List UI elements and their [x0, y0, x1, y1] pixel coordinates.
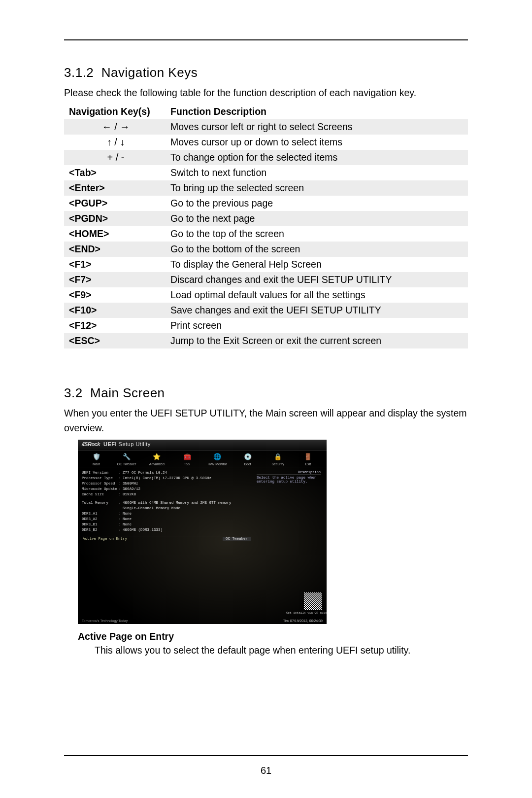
table-row: <PGDN>Go to the next page — [64, 211, 468, 226]
qr-caption: Get details via QR code — [286, 611, 322, 615]
active-page-description: This allows you to select the default pa… — [95, 643, 468, 658]
heading-3-2: 3.2 Main Screen — [64, 385, 468, 401]
table-row: <HOME>Go to the top of the screen — [64, 226, 468, 242]
nav-key: <PGDN> — [64, 211, 166, 226]
uefi-header: /ISRock UEFI Setup Utility — [78, 440, 327, 451]
intro-paragraph: Please check the following table for the… — [64, 85, 468, 100]
boot-icon: 💿 — [242, 452, 253, 461]
uefi-tab-exit: 🚪Exit — [295, 452, 322, 466]
nav-desc: Jump to the Exit Screen or exit the curr… — [166, 333, 468, 348]
table-row: + / -To change option for the selected i… — [64, 150, 468, 165]
qr-code-block: Get details via QR code — [304, 592, 322, 614]
nav-desc: Go to the top of the screen — [166, 226, 468, 242]
info-value: 306A9/12 — [123, 486, 140, 492]
nav-desc: Go to the next page — [166, 211, 468, 226]
info-row: Processor Type:Intel(R) Core(TM) i7-3770… — [82, 476, 252, 481]
nav-desc: Discard changes and exit the UEFI SETUP … — [166, 272, 468, 287]
info-value: None — [123, 517, 132, 522]
nav-key: ↑ / ↓ — [64, 135, 166, 150]
section-main-screen: 3.2 Main Screen When you enter the UEFI … — [64, 385, 468, 658]
nav-desc: To change option for the selected items — [166, 150, 468, 165]
info-value: None — [123, 511, 132, 517]
memory-slot-row: DDR3_A1:None — [82, 511, 252, 517]
info-value: Z77 OC Formula L0.24 — [123, 470, 167, 476]
active-page-label: Active Page on Entry — [83, 537, 127, 541]
info-label: DDR3_B2 — [82, 527, 119, 533]
info-value: 8192KB — [123, 492, 136, 497]
nav-key: <PGUP> — [64, 196, 166, 211]
info-label: Processor Speed — [82, 481, 119, 486]
nav-key: <ESC> — [64, 333, 166, 348]
memory-slot-row: DDR3_A2:None — [82, 517, 252, 522]
uefi-tab-oc-tweaker: 🔧OC Tweaker — [113, 452, 140, 466]
active-page-value: OC Tweaker — [223, 537, 251, 541]
nav-desc: Moves cursor left or right to select Scr… — [166, 119, 468, 135]
heading-3-1-2: 3.1.2 Navigation Keys — [64, 65, 468, 80]
nav-desc: Load optimal default values for all the … — [166, 287, 468, 303]
uefi-title-uefi: UEFI — [103, 441, 117, 447]
info-value: 3500MHz — [123, 481, 138, 486]
nav-key: <Enter> — [64, 180, 166, 196]
total-memory-row: Total Memory : 4096MB with 64MB Shared M… — [82, 500, 252, 506]
nav-desc: Print screen — [166, 318, 468, 333]
description-header: Description — [257, 470, 321, 475]
advanced-icon: ⭐ — [151, 452, 162, 461]
info-row: UEFI Version:Z77 OC Formula L0.24 — [82, 470, 252, 476]
info-label: Cache Size — [82, 492, 119, 497]
section-number: 3.1.2 — [64, 65, 94, 80]
info-label: Processor Type — [82, 476, 119, 481]
table-row: ↑ / ↓Moves cursor up or down to select i… — [64, 135, 468, 150]
main-icon: 🛡️ — [91, 452, 102, 461]
info-value: 4096MB with 64MB Shared Memory and 2MB G… — [123, 500, 232, 506]
intro-paragraph: When you enter the UEFI SETUP UTILITY, t… — [64, 406, 468, 435]
memory-mode-row: Single-Channel Memory Mode — [82, 506, 252, 511]
uefi-tab-label: Security — [271, 462, 284, 466]
active-page-row: Active Page on Entry OC Tweaker — [82, 536, 252, 541]
nav-desc: Switch to next function — [166, 165, 468, 180]
uefi-tab-boot: 💿Boot — [234, 452, 261, 466]
uefi-screenshot: /ISRock UEFI Setup Utility 🛡️Main🔧OC Twe… — [78, 440, 327, 624]
uefi-description-pane: Description Select the active page when … — [255, 470, 323, 541]
uefi-tab-label: Main — [93, 462, 100, 466]
uefi-tab-label: Exit — [305, 462, 311, 466]
uefi-tab-security: 🔒Security — [265, 452, 292, 466]
memory-slot-row: DDR3_B1:None — [82, 522, 252, 527]
nav-key: <F12> — [64, 318, 166, 333]
table-row: <ESC>Jump to the Exit Screen or exit the… — [64, 333, 468, 348]
table-row: <PGUP>Go to the previous page — [64, 196, 468, 211]
description-text: Select the active page when entering set… — [257, 476, 321, 484]
info-label: Total Memory — [82, 500, 119, 506]
nav-key: <END> — [64, 242, 166, 257]
section-number: 3.2 — [64, 385, 83, 400]
table-row: <END>Go to the bottom of the screen — [64, 242, 468, 257]
nav-key: <Tab> — [64, 165, 166, 180]
nav-desc: To display the General Help Screen — [166, 257, 468, 272]
uefi-tab-label: H/W Monitor — [208, 462, 227, 466]
table-row: <Tab>Switch to next function — [64, 165, 468, 180]
table-row: <F9>Load optimal default values for all … — [64, 287, 468, 303]
uefi-tab-label: Boot — [244, 462, 251, 466]
uefi-tab-label: OC Tweaker — [117, 462, 136, 466]
nav-desc: Go to the bottom of the screen — [166, 242, 468, 257]
uefi-tab-main: 🛡️Main — [83, 452, 110, 466]
oc-tweaker-icon: 🔧 — [121, 452, 132, 461]
tool-icon: 🧰 — [182, 452, 193, 461]
table-header-desc: Function Description — [166, 104, 468, 119]
uefi-left-pane: UEFI Version:Z77 OC Formula L0.24Process… — [82, 470, 252, 541]
nav-key: <F9> — [64, 287, 166, 303]
uefi-tab-label: Advanced — [149, 462, 165, 466]
info-value: 4096MB (DDR3-1333) — [123, 527, 163, 533]
table-row: ← / →Moves cursor left or right to selec… — [64, 119, 468, 135]
uefi-tab-label: Tool — [184, 462, 190, 466]
uefi-title-suffix: Setup Utility — [119, 441, 151, 447]
table-row: <Enter>To bring up the selected screen — [64, 180, 468, 196]
bottom-rule — [64, 755, 468, 756]
nav-key: <F1> — [64, 257, 166, 272]
nav-key: <HOME> — [64, 226, 166, 242]
uefi-tab-advanced: ⭐Advanced — [143, 452, 170, 466]
nav-key: <F7> — [64, 272, 166, 287]
h-w-monitor-icon: 🌐 — [212, 452, 223, 461]
info-label: DDR3_A1 — [82, 511, 119, 517]
table-row: <F12>Print screen — [64, 318, 468, 333]
brand-logo: /ISRock — [82, 441, 100, 447]
